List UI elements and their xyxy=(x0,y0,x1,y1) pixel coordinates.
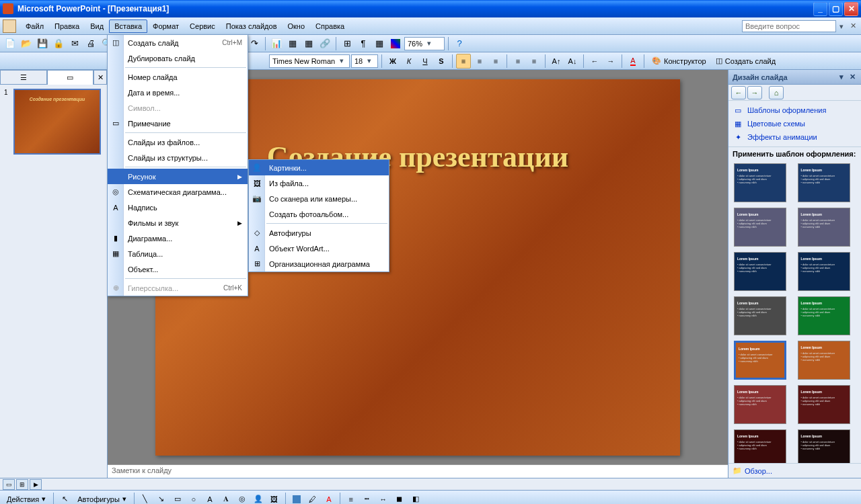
link-colors[interactable]: ▦Цветовые схемы xyxy=(733,117,857,130)
menu-item[interactable]: Рисунок▶ xyxy=(108,169,248,184)
align-left-button[interactable]: ≡ xyxy=(456,54,471,69)
minimize-button[interactable]: _ xyxy=(813,2,827,16)
slide-thumb[interactable]: 1 Создание презентации xyxy=(4,89,103,155)
menu-item[interactable]: AОбъект WordArt... xyxy=(249,241,389,256)
menu-item[interactable]: Дата и время... xyxy=(108,85,248,100)
browse-link[interactable]: Обзор... xyxy=(745,467,772,475)
increase-indent-button[interactable]: → xyxy=(603,54,618,69)
menu-item[interactable]: 🖼Из файла... xyxy=(249,175,389,191)
template-thumb[interactable]: Lorem Ipsum• dolor sit amet consectetuer… xyxy=(798,429,850,463)
link-templates[interactable]: ▭Шаблоны оформления xyxy=(733,103,857,117)
numbering-button[interactable]: ≡ xyxy=(511,54,525,69)
italic-button[interactable]: К xyxy=(402,54,416,69)
actions-button[interactable]: Действия▾ xyxy=(3,492,50,505)
nav-back-button[interactable]: ← xyxy=(731,86,746,99)
picture-button[interactable]: 🖼 xyxy=(267,492,282,505)
menu-file[interactable]: Файл xyxy=(20,19,49,33)
wordart-button[interactable]: 𝐀 xyxy=(219,492,233,505)
shadow-button[interactable]: S xyxy=(434,54,449,69)
nav-fwd-button[interactable]: → xyxy=(747,86,762,99)
normal-view-button[interactable]: ▭ xyxy=(3,479,15,490)
template-thumb[interactable]: Lorem Ipsum• dolor sit amet consectetuer… xyxy=(798,296,850,335)
redo-button[interactable]: ↷ xyxy=(247,36,262,51)
template-thumb[interactable]: Lorem Ipsum• dolor sit amet consectetuer… xyxy=(798,208,850,247)
menu-window[interactable]: Окно xyxy=(283,19,311,33)
menu-item[interactable]: Номер слайда xyxy=(108,69,248,85)
hyperlink-button[interactable]: 🔗 xyxy=(317,36,332,51)
new-slide-button[interactable]: ◫Создать слайд xyxy=(712,54,780,69)
nav-home-button[interactable]: ⌂ xyxy=(769,86,784,99)
menu-format[interactable]: Формат xyxy=(147,19,184,33)
close-tabs[interactable]: ✕ xyxy=(93,70,107,85)
select-button[interactable]: ↖ xyxy=(57,492,72,505)
decrease-font-button[interactable]: A↓ xyxy=(565,54,580,69)
line-style-button[interactable]: ≡ xyxy=(344,492,359,505)
menu-insert[interactable]: Вставка xyxy=(109,19,147,33)
font-color-button2[interactable]: A xyxy=(322,492,336,505)
expand-button[interactable]: ⊞ xyxy=(340,36,354,51)
template-thumb[interactable]: Lorem Ipsum• dolor sit amet consectetuer… xyxy=(734,208,786,247)
slideshow-view-button[interactable]: ▶ xyxy=(30,479,42,490)
align-center-button[interactable]: ≡ xyxy=(472,54,487,69)
size-combo[interactable]: 18▾ xyxy=(351,54,378,68)
doc-icon[interactable] xyxy=(3,19,16,33)
sorter-view-button[interactable]: ⊞ xyxy=(16,479,28,490)
menu-item[interactable]: ◫Создать слайдCtrl+M xyxy=(108,35,248,50)
template-thumb[interactable]: Lorem Ipsum• dolor sit amet consectetuer… xyxy=(734,296,786,335)
menu-item[interactable]: ◎Схематическая диаграмма... xyxy=(108,184,248,200)
increase-font-button[interactable]: A↑ xyxy=(549,54,564,69)
template-thumb[interactable]: Lorem Ipsum• dolor sit amet consectetuer… xyxy=(798,163,850,202)
menu-item[interactable]: ⊕Гиперссылка...Ctrl+K xyxy=(108,280,248,296)
diagram-button[interactable]: ◎ xyxy=(235,492,250,505)
table-button[interactable]: ▦ xyxy=(285,36,300,51)
font-color-button[interactable]: A xyxy=(626,54,640,69)
menu-item[interactable]: 📷Со сканера или камеры... xyxy=(249,191,389,206)
notes-area[interactable]: Заметки к слайду xyxy=(108,464,728,478)
autoshapes-button[interactable]: Автофигуры▾ xyxy=(73,492,130,505)
menu-edit[interactable]: Правка xyxy=(49,19,85,33)
template-thumb[interactable]: Lorem Ipsum• dolor sit amet consectetuer… xyxy=(798,341,850,380)
template-thumb[interactable]: Lorem Ipsum• dolor sit amet consectetuer… xyxy=(734,341,786,380)
menu-item[interactable]: Фильмы и звук▶ xyxy=(108,215,248,230)
menu-item[interactable]: Слайды из файлов... xyxy=(108,134,248,150)
bold-button[interactable]: Ж xyxy=(385,54,400,69)
open-button[interactable]: 📂 xyxy=(19,36,34,51)
pane-close-icon[interactable]: ✕ xyxy=(848,73,857,82)
oval-button[interactable]: ○ xyxy=(186,492,201,505)
template-thumb[interactable]: Lorem Ipsum• dolor sit amet consectetuer… xyxy=(734,252,786,291)
arrow-button[interactable]: ↘ xyxy=(154,492,169,505)
menu-slideshow[interactable]: Показ слайдов xyxy=(221,19,283,33)
menu-item[interactable]: ⊞Организационная диаграмма xyxy=(249,256,389,271)
chart-button[interactable]: 📊 xyxy=(269,36,284,51)
shadow-style-button[interactable]: ◼ xyxy=(392,492,407,505)
align-right-button[interactable]: ≡ xyxy=(488,54,503,69)
grid-button[interactable]: ▦ xyxy=(372,36,387,51)
help-button[interactable]: ? xyxy=(452,36,467,51)
show-format-button[interactable]: ¶ xyxy=(356,36,371,51)
decrease-indent-button[interactable]: ← xyxy=(587,54,602,69)
line-color-button[interactable]: 🖊 xyxy=(305,492,320,505)
print-button[interactable]: 🖨 xyxy=(83,36,98,51)
bullets-button[interactable]: ≡ xyxy=(527,54,541,69)
dash-style-button[interactable]: ┅ xyxy=(360,492,375,505)
menu-item[interactable]: Создать фотоальбом... xyxy=(249,206,389,222)
new-button[interactable]: 📄 xyxy=(3,36,17,51)
doc-close-button[interactable]: ✕ xyxy=(848,21,858,32)
rect-button[interactable]: ▭ xyxy=(170,492,185,505)
arrow-style-button[interactable]: ↔ xyxy=(376,492,391,505)
line-button[interactable]: ╲ xyxy=(138,492,153,505)
template-thumb[interactable]: Lorem Ipsum• dolor sit amet consectetuer… xyxy=(798,252,850,291)
link-animation[interactable]: ✦Эффекты анимации xyxy=(733,130,857,144)
zoom-combo[interactable]: 76%▾ xyxy=(404,37,445,50)
pane-dropdown-icon[interactable]: ▾ xyxy=(837,73,846,82)
font-combo[interactable]: Times New Roman▾ xyxy=(269,54,350,68)
menu-item[interactable]: ◇Автофигуры xyxy=(249,225,389,241)
template-thumb[interactable]: Lorem Ipsum• dolor sit amet consectetuer… xyxy=(798,385,850,424)
template-thumb[interactable]: Lorem Ipsum• dolor sit amet consectetuer… xyxy=(734,385,786,424)
tables-borders-button[interactable]: ▦ xyxy=(301,36,316,51)
menu-item[interactable]: AНадпись xyxy=(108,200,248,215)
3d-style-button[interactable]: ◧ xyxy=(408,492,423,505)
fill-color-button[interactable] xyxy=(289,492,304,505)
textbox-button[interactable]: A xyxy=(202,492,217,505)
menu-item[interactable]: Слайды из структуры... xyxy=(108,150,248,165)
